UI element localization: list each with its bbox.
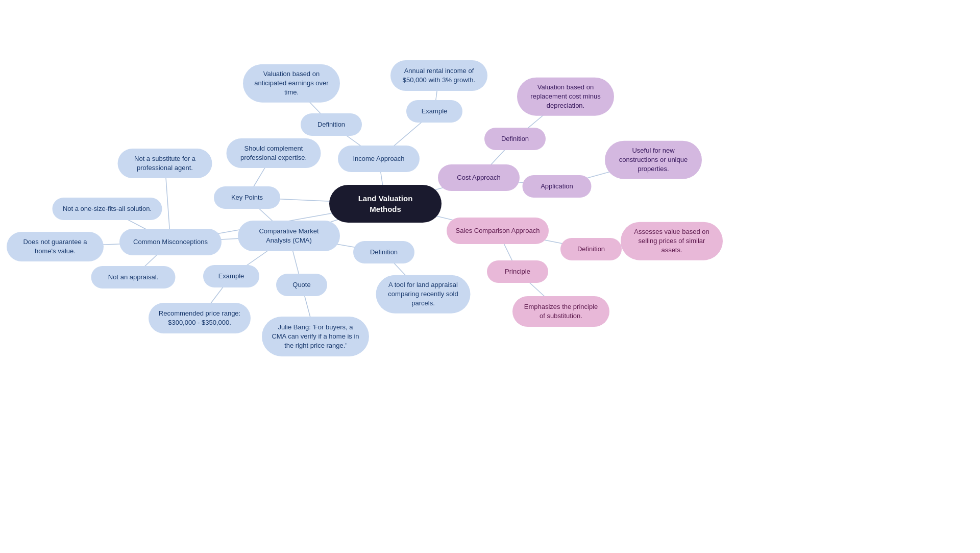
node-sales-def-text: Assesses value based on selling prices o… [621, 222, 723, 260]
node-cma: Comparative Market Analysis (CMA) [238, 221, 340, 251]
node-keypoints: Key Points [214, 186, 280, 209]
node-mc2: Not a one-size-fits-all solution. [53, 198, 162, 220]
node-cost-app-text: Useful for new constructions or unique p… [605, 141, 702, 179]
mindmap-canvas: Land Valuation MethodsIncome ApproachDef… [0, 0, 980, 553]
node-cma-quote: Quote [276, 274, 327, 296]
node-income-def-text: Valuation based on anticipated earnings … [243, 64, 340, 103]
node-cost: Cost Approach [438, 164, 520, 191]
node-income: Income Approach [338, 146, 420, 172]
node-cma-def-text: A tool for land appraisal comparing rece… [376, 275, 471, 314]
node-mc3: Does not guarantee a home's value. [7, 232, 104, 261]
node-kp1: Should complement professional expertise… [227, 138, 321, 168]
node-misconceptions: Common Misconceptions [119, 229, 222, 255]
node-sales-prin-text: Emphasizes the principle of substitution… [512, 296, 609, 327]
node-cost-app: Application [523, 175, 592, 198]
node-income-ex-text: Annual rental income of $50,000 with 3% … [390, 60, 487, 91]
node-mc1: Not a substitute for a professional agen… [118, 149, 212, 178]
node-cma-ex-text: Recommended price range: $300,000 - $350… [149, 303, 251, 333]
node-cma-def: Definition [353, 241, 414, 263]
center-node: Land Valuation Methods [329, 185, 442, 223]
node-cost-def: Definition [484, 128, 546, 150]
node-cma-quote-text: Julie Bang: 'For buyers, a CMA can verif… [262, 317, 369, 356]
node-mc4: Not an appraisal. [91, 266, 176, 288]
node-sales-prin: Principle [487, 260, 548, 283]
node-cma-ex: Example [203, 265, 259, 287]
node-sales-def: Definition [560, 238, 622, 260]
node-cost-def-text: Valuation based on replacement cost minu… [517, 78, 614, 116]
node-sales: Sales Comparison Approach [447, 218, 549, 244]
node-income-ex: Example [406, 100, 462, 123]
node-income-def: Definition [301, 113, 362, 136]
